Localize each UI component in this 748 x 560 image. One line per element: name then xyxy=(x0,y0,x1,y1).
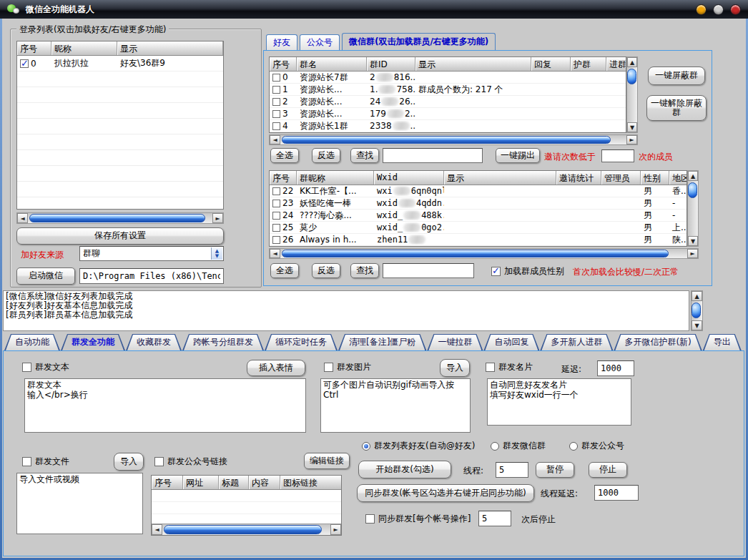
wechat-path-input[interactable] xyxy=(79,268,224,284)
tab-wechat-groups[interactable]: 微信群(双击加载群员/右键更多功能) xyxy=(342,33,496,50)
spinner-updown-icon[interactable]: ▲▼ xyxy=(211,247,222,260)
send-image-checkbox-row[interactable]: 群发图片 xyxy=(324,361,371,373)
login-table-hscrollbar[interactable]: ◄ ► xyxy=(16,212,224,224)
edit-link-button[interactable]: 编辑链接 xyxy=(304,453,350,469)
member-invert-button[interactable]: 反选 xyxy=(312,263,340,278)
group-row[interactable]: 2 资源站长... 2426... xyxy=(270,96,626,108)
radio-send-friends[interactable] xyxy=(362,442,370,451)
block-group-button[interactable]: 一键屏蔽群 xyxy=(648,67,705,85)
scroll-left-arrow[interactable]: ◄ xyxy=(17,213,28,223)
scroll-left-arrow[interactable]: ◄ xyxy=(152,524,162,535)
link-table-hscrollbar[interactable]: ◄ ► xyxy=(152,524,341,535)
member-row[interactable]: 26 Always in h... zhen11 男 陕... xyxy=(270,234,687,246)
log-vscrollbar[interactable]: ▲ ▼ xyxy=(691,290,703,331)
log-output[interactable]: [微信系统]微信好友列表加载完成 [好友列表]好友基本信息加载完成 [群员列表]… xyxy=(3,290,689,331)
group-table-vscrollbar[interactable]: ▲ ▼ xyxy=(626,57,638,133)
login-row-checkbox[interactable] xyxy=(20,59,29,68)
unblock-group-button[interactable]: 一键解除屏蔽群 xyxy=(646,95,707,121)
row-checkbox[interactable] xyxy=(272,110,280,118)
login-table[interactable]: 序号 昵称 显示 0 扒拉扒拉 好友\36群9 xyxy=(16,41,224,210)
radio-send-official[interactable] xyxy=(569,442,578,451)
close-button[interactable] xyxy=(730,4,741,15)
scroll-down-arrow[interactable]: ▼ xyxy=(627,122,637,132)
group-row[interactable]: 0 资源站长7群 2816... xyxy=(270,72,626,84)
card-wxid-box[interactable]: 自动同意好友发名片 填写好友wxid一行一个 xyxy=(487,378,631,426)
radio-send-groups[interactable] xyxy=(491,442,499,451)
group-table-hscrollbar[interactable]: ◄ ► xyxy=(269,134,638,145)
group-invert-button[interactable]: 反选 xyxy=(312,148,340,163)
start-mass-send-button[interactable]: 开始群发(勾选) xyxy=(358,461,451,478)
kick-button[interactable]: 一键踢出 xyxy=(496,148,540,163)
scroll-up-arrow[interactable]: ▲ xyxy=(688,171,698,181)
radio-send-official-row[interactable]: 群发公众号 xyxy=(569,440,624,452)
row-checkbox[interactable] xyxy=(272,224,280,232)
row-checkbox[interactable] xyxy=(272,122,280,130)
image-import-button[interactable]: 导入 xyxy=(440,359,470,377)
scroll-right-arrow[interactable]: ► xyxy=(687,249,698,258)
launch-wechat-button[interactable]: 启动微信 xyxy=(16,267,75,285)
scroll-left-arrow[interactable]: ◄ xyxy=(270,135,280,144)
mass-text-input[interactable]: 群发文本 输入</br>换行 xyxy=(24,378,306,433)
thread-count-input[interactable] xyxy=(496,462,528,478)
group-row[interactable]: 5 资源站长... xyxy=(270,132,626,133)
login-row[interactable]: 0 扒拉扒拉 好友\36群9 xyxy=(17,56,223,72)
send-text-checkbox[interactable] xyxy=(22,363,31,372)
file-import-button[interactable]: 导入 xyxy=(114,453,144,471)
scroll-right-arrow[interactable]: ► xyxy=(212,213,223,223)
tab-auto-functions[interactable]: 自动功能 xyxy=(4,334,60,350)
load-sex-checkbox-row[interactable]: 加载群成员性别 xyxy=(491,265,564,277)
sync-count-input[interactable] xyxy=(478,511,511,526)
minimize-button[interactable] xyxy=(696,4,707,15)
scroll-down-arrow[interactable]: ▼ xyxy=(688,236,698,246)
member-search-input[interactable] xyxy=(383,263,474,278)
scroll-right-arrow[interactable]: ► xyxy=(626,135,637,144)
member-row[interactable] xyxy=(270,246,687,247)
send-card-checkbox[interactable] xyxy=(486,363,495,372)
scroll-right-arrow[interactable]: ► xyxy=(330,524,341,535)
radio-send-friends-row[interactable]: 群发列表好友(自动@好友) xyxy=(362,440,475,452)
member-select-all-button[interactable]: 全选 xyxy=(270,263,299,278)
file-list-box[interactable]: 导入文件或视频 xyxy=(16,473,143,534)
tab-loop-timer[interactable]: 循环定时任务 xyxy=(265,334,338,350)
pause-button[interactable]: 暂停 xyxy=(536,462,574,478)
group-row[interactable]: 4 资源站长1群 2338... xyxy=(270,120,626,132)
scroll-up-arrow[interactable]: ▲ xyxy=(692,291,702,301)
group-search-input[interactable] xyxy=(383,148,483,163)
member-row[interactable]: 23 妖怪吃俺一棒 wxid4qddn... 男 - xyxy=(270,197,687,210)
tab-one-key-group[interactable]: 一键拉群 xyxy=(427,334,483,350)
save-all-settings-button[interactable]: 保存所有设置 xyxy=(16,227,224,245)
group-select-all-button[interactable]: 全选 xyxy=(270,148,299,163)
maximize-button[interactable] xyxy=(713,4,724,15)
group-row[interactable]: 1 资源站长... 1.758... 群成员个数为: 217 个 xyxy=(270,84,626,96)
row-checkbox[interactable] xyxy=(272,98,280,106)
sync-per-account-checkbox-row[interactable]: 同步群发[每个帐号操作] xyxy=(365,513,471,525)
sync-per-account-checkbox[interactable] xyxy=(365,514,375,524)
scroll-down-arrow[interactable]: ▼ xyxy=(692,320,702,330)
insert-emoji-button[interactable]: 插入表情 xyxy=(247,360,305,376)
link-table[interactable]: 序号 网址 标题 内容 图标链接 ◄ ► xyxy=(151,475,342,536)
delay-input[interactable] xyxy=(597,360,634,376)
group-table[interactable]: 序号 群名 群ID 显示 回复 护群 进群 0 资源站长7群 2816... xyxy=(269,57,626,133)
radio-send-groups-row[interactable]: 群发微信群 xyxy=(491,440,546,452)
stop-button[interactable]: 停止 xyxy=(589,462,627,478)
member-find-button[interactable]: 查找 xyxy=(350,263,379,278)
scroll-up-arrow[interactable]: ▲ xyxy=(627,57,637,67)
row-checkbox[interactable] xyxy=(272,212,280,220)
send-card-checkbox-row[interactable]: 群发名片 xyxy=(486,361,533,373)
member-row[interactable]: 22 KK工作室-【... wxi6qn0qnl... 男 香... xyxy=(270,185,687,197)
friend-source-dropdown[interactable]: 群聊 ▲▼ xyxy=(79,246,224,261)
tab-multi-guard-new[interactable]: 多开微信护群(新) xyxy=(614,334,702,350)
group-row[interactable]: 3 资源站长... 1792... xyxy=(270,108,626,120)
send-file-checkbox[interactable] xyxy=(22,457,31,466)
tab-multi-newcomer[interactable]: 多开新人进群 xyxy=(540,334,613,350)
image-list-box[interactable]: 可多个图片自动识别gif动画导入按Ctrl xyxy=(320,378,471,433)
row-checkbox[interactable] xyxy=(272,200,280,207)
tab-mass-send[interactable]: 群发全功能 xyxy=(61,334,125,350)
send-link-checkbox-row[interactable]: 群发公众号链接 xyxy=(154,456,227,468)
group-find-button[interactable]: 查找 xyxy=(350,148,379,163)
row-checkbox[interactable] xyxy=(272,187,280,195)
send-text-checkbox-row[interactable]: 群发文本 xyxy=(22,361,69,373)
sync-mass-send-button[interactable]: 同步群发(帐号区勾选并右键开启同步功能) xyxy=(357,484,534,502)
member-row[interactable]: 25 莫少 wxid_0go2... 男 上... xyxy=(270,222,687,234)
invite-threshold-input[interactable] xyxy=(601,149,634,162)
